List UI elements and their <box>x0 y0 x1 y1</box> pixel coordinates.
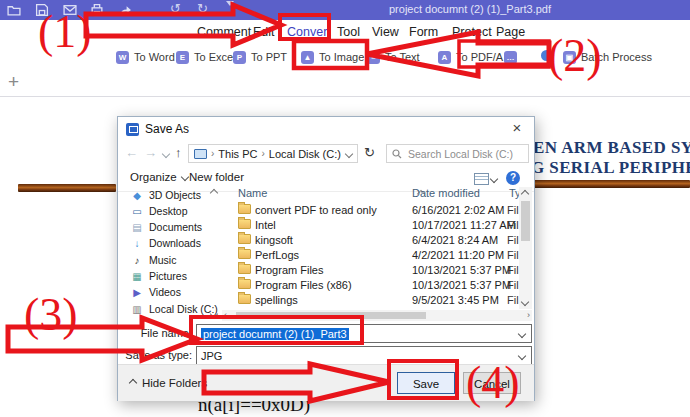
to-pdfa-button[interactable]: ATo PDF/A <box>438 47 503 67</box>
excel-icon: E <box>176 51 189 64</box>
view-mode-icon[interactable] <box>474 173 489 185</box>
convert-toolbar: WTo Word ETo Excel PTo PPT ▲To Image ≡To… <box>0 44 690 71</box>
save-as-type-dropdown-icon[interactable] <box>518 352 526 360</box>
dialog-nav-row: ← → ↑ › This PC › Local Disk (C:) ↻ <box>118 141 534 167</box>
folder-icon <box>238 219 251 229</box>
download-icon: ↓ <box>131 238 143 249</box>
doc-heading-line2: G SERIAL PERIPHERA <box>531 158 690 178</box>
batch-icon: ▣ <box>563 51 576 64</box>
list-vertical-scrollbar[interactable] <box>519 187 532 309</box>
file-row[interactable]: Program Files10/13/2021 5:37 PMFil <box>222 263 532 278</box>
print-icon[interactable] <box>90 3 104 17</box>
file-name-dropdown-icon[interactable] <box>518 330 526 338</box>
search-icon <box>392 149 402 159</box>
menu-form[interactable]: Form <box>409 20 438 44</box>
new-folder-button[interactable]: New folder <box>189 171 244 183</box>
ppt-icon: P <box>233 51 246 64</box>
new-tab-button[interactable]: + <box>8 71 19 93</box>
share-icon[interactable] <box>118 3 132 17</box>
menu-protect[interactable]: Protect <box>452 20 492 44</box>
image-icon: ▲ <box>301 51 314 64</box>
view-dropdown-icon[interactable] <box>490 175 498 183</box>
column-name[interactable]: Name <box>238 187 267 199</box>
email-icon[interactable] <box>63 3 77 17</box>
text-icon: ≡ <box>367 51 380 64</box>
doc-rule-left <box>18 184 116 192</box>
chevron-up-icon <box>129 379 137 387</box>
menu-view[interactable]: View <box>372 20 399 44</box>
to-image-button[interactable]: ▲To Image <box>301 47 364 67</box>
menu-comment[interactable]: Comment <box>197 20 251 44</box>
doc-rule-right <box>533 180 690 188</box>
forward-arrow-icon[interactable]: → <box>144 145 157 160</box>
cancel-button[interactable]: Cancel <box>463 372 521 394</box>
dialog-titlebar: Save As × <box>118 117 534 141</box>
file-name-label: File name: <box>122 327 192 339</box>
folder-icon <box>238 249 251 259</box>
search-input[interactable] <box>406 147 522 161</box>
address-dropdown-icon[interactable] <box>345 149 353 157</box>
folder-icon <box>238 294 251 304</box>
dialog-footer: Hide Folders Save Cancel <box>118 364 534 401</box>
file-row[interactable]: convert PDF to read only6/16/2021 2:02 A… <box>222 203 532 218</box>
save-as-dialog: Save As × ← → ↑ › This PC › Local Disk (… <box>117 116 535 401</box>
file-row[interactable]: PerfLogs4/2/2021 11:20 PMFil <box>222 248 532 263</box>
folder-icon <box>238 204 251 214</box>
menu-page[interactable]: Page <box>496 20 525 44</box>
doc-heading-line1: EN ARM BASED SYSTE <box>533 138 690 158</box>
menu-convert[interactable]: Convert <box>287 20 331 44</box>
more-tools-button[interactable]: … <box>504 47 522 67</box>
menu-edit[interactable]: Edit <box>253 20 275 44</box>
to-text-button[interactable]: ≡To Text <box>367 47 420 67</box>
video-icon: ▶ <box>131 287 143 298</box>
ocr-icon[interactable] <box>541 50 552 61</box>
ellipsis-icon: … <box>504 51 517 64</box>
this-pc-icon <box>194 149 207 159</box>
to-word-button[interactable]: WTo Word <box>116 47 175 67</box>
up-arrow-icon[interactable]: ↑ <box>175 145 182 160</box>
sidebar-scrollbar[interactable] <box>208 187 220 321</box>
tab-strip: + <box>0 70 690 97</box>
save-button[interactable]: Save <box>397 372 455 394</box>
help-icon[interactable]: ? <box>506 171 520 185</box>
batch-process-button[interactable]: ▣Batch Process <box>563 47 652 67</box>
file-row[interactable]: kingsoft6/4/2021 8:24 AMFil <box>222 233 532 248</box>
save-icon[interactable] <box>35 3 49 17</box>
to-excel-button[interactable]: ETo Excel <box>176 47 236 67</box>
back-arrow-icon[interactable]: ← <box>125 145 138 160</box>
redo-icon[interactable]: ↻ <box>197 1 208 16</box>
folder-icon <box>238 279 251 289</box>
search-box[interactable] <box>386 144 529 163</box>
organize-button[interactable]: Organize <box>130 171 188 183</box>
save-as-type-select[interactable]: JPG <box>196 346 532 365</box>
file-name-input[interactable]: project documnt (2) (1)_Part3 <box>196 324 532 343</box>
disk-icon: ▥ <box>131 304 143 315</box>
cube-icon: ◆ <box>131 190 143 201</box>
pdfa-icon: A <box>438 51 451 64</box>
hide-folders-button[interactable]: Hide Folders <box>130 377 207 389</box>
file-row[interactable]: Program Files (x86)10/13/2021 5:37 PMFil <box>222 278 532 293</box>
menu-bar: Comment Edit Convert Tool View Form Prot… <box>0 20 690 44</box>
file-row[interactable]: Intel10/17/2021 11:27 AMFil <box>222 218 532 233</box>
list-header: Name Date modified Ty <box>222 187 532 201</box>
list-horizontal-scrollbar[interactable]: ‹ › <box>222 310 532 321</box>
save-as-type-label: Save as type: <box>122 349 192 361</box>
address-bar[interactable]: › This PC › Local Disk (C:) <box>188 144 358 163</box>
menu-tool[interactable]: Tool <box>337 20 360 44</box>
breadcrumb-this-pc[interactable]: This PC <box>218 148 257 160</box>
document-icon: ▤ <box>131 222 143 233</box>
screen: ↺ ↻ project documnt (2) (1)_Part3.pdf Co… <box>0 0 690 417</box>
file-row[interactable]: spellings9/5/2021 3:45 PMFil <box>222 293 532 308</box>
breadcrumb-local-disk[interactable]: Local Disk (C:) <box>269 148 341 160</box>
save-as-type-value: JPG <box>201 350 222 362</box>
app-titlebar: ↺ ↻ project documnt (2) (1)_Part3.pdf <box>0 0 690 20</box>
open-folder-icon[interactable] <box>7 3 21 17</box>
word-icon: W <box>116 51 129 64</box>
undo-icon[interactable]: ↺ <box>170 1 181 16</box>
to-ppt-button[interactable]: PTo PPT <box>233 47 287 67</box>
file-name-value: project documnt (2) (1)_Part3 <box>201 328 349 340</box>
history-dropdown-icon[interactable] <box>162 150 170 158</box>
dialog-close-button[interactable]: × <box>508 119 526 136</box>
refresh-icon[interactable]: ↻ <box>364 145 375 160</box>
column-date-modified[interactable]: Date modified <box>412 187 480 199</box>
